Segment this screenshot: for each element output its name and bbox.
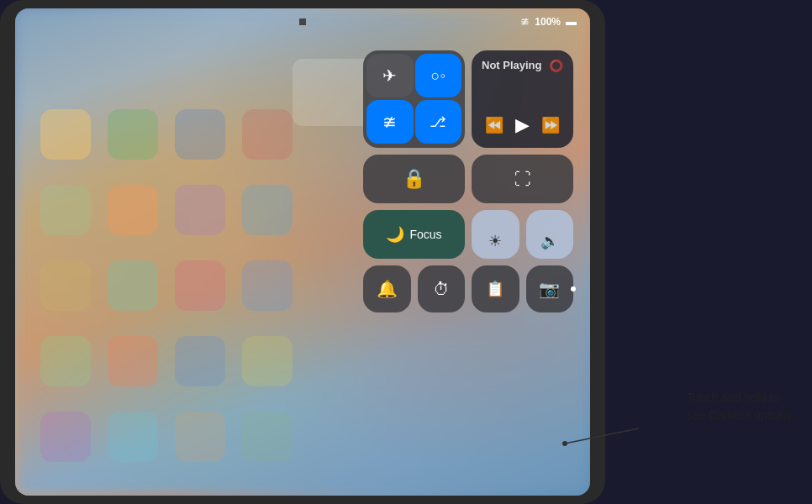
focus-button[interactable]: 🌙 Focus: [363, 210, 465, 259]
annotation-text: Touch and hold to see Camera options.: [687, 389, 795, 424]
ipad-screen: ≇ 100% ▬ ✈ ○◦ ≇ ⎇: [15, 8, 590, 496]
annotation-line2: see Camera options.: [687, 408, 795, 422]
playback-controls: ⏪ ▶ ⏩: [482, 111, 563, 139]
camera-dot: [299, 18, 306, 25]
play-button[interactable]: ▶: [512, 111, 533, 139]
timer-button[interactable]: ⏱: [418, 265, 466, 312]
bell-icon: 🔔: [377, 279, 398, 299]
screen-mirror-button[interactable]: ⛶: [472, 155, 573, 203]
volume-button[interactable]: 🔊: [526, 210, 574, 259]
rewind-button[interactable]: ⏪: [482, 113, 507, 138]
ipad-frame: ≇ 100% ▬ ✈ ○◦ ≇ ⎇: [0, 0, 605, 504]
camera-ctrl-icon: 📷: [539, 279, 560, 299]
brightness-icon: ☀: [488, 232, 502, 250]
focus-label: Focus: [409, 228, 441, 241]
now-playing-title: Not Playing: [482, 59, 542, 71]
airplay-icon[interactable]: ⭕: [549, 59, 563, 72]
airplane-icon: ✈: [382, 66, 397, 86]
forward-button[interactable]: ⏩: [538, 113, 563, 138]
battery-percent: 100%: [535, 16, 561, 28]
battery-icon: ▬: [566, 15, 577, 28]
connectivity-block: ✈ ○◦ ≇ ⎇: [363, 50, 465, 148]
wifi-icon: ≇: [520, 15, 530, 28]
moon-icon: 🌙: [386, 225, 404, 244]
screen-mirror-icon: ⛶: [514, 170, 531, 189]
airplane-mode-button[interactable]: ✈: [366, 54, 414, 97]
camera-button[interactable]: 📷: [526, 265, 574, 312]
control-center: ✈ ○◦ ≇ ⎇ Not Playing ⭕ ⏪: [363, 50, 573, 319]
bottom-row: 🔔 ⏱ 📋 📷: [363, 265, 573, 312]
wifi-ctrl-icon: ≇: [382, 112, 397, 132]
bluetooth-button[interactable]: ⎇: [415, 100, 462, 144]
note-widget-button[interactable]: 📋: [472, 265, 519, 312]
note-icon: 📋: [486, 280, 504, 298]
airdrop-button[interactable]: ○◦: [415, 54, 462, 97]
timer-icon: ⏱: [433, 280, 450, 299]
airdrop-icon: ○◦: [431, 67, 446, 85]
notification-button[interactable]: 🔔: [363, 265, 411, 312]
status-bar: ≇ 100% ▬: [520, 15, 577, 28]
screen-lock-button[interactable]: 🔒: [363, 155, 465, 203]
annotation-line1: Touch and hold to: [687, 391, 780, 404]
bluetooth-icon: ⎇: [430, 113, 446, 131]
wifi-button[interactable]: ≇: [366, 100, 414, 144]
now-playing-block: Not Playing ⭕ ⏪ ▶ ⏩: [472, 50, 573, 148]
volume-icon: 🔊: [540, 232, 559, 250]
brightness-button[interactable]: ☀: [472, 210, 519, 259]
screen-lock-icon: 🔒: [403, 168, 425, 190]
